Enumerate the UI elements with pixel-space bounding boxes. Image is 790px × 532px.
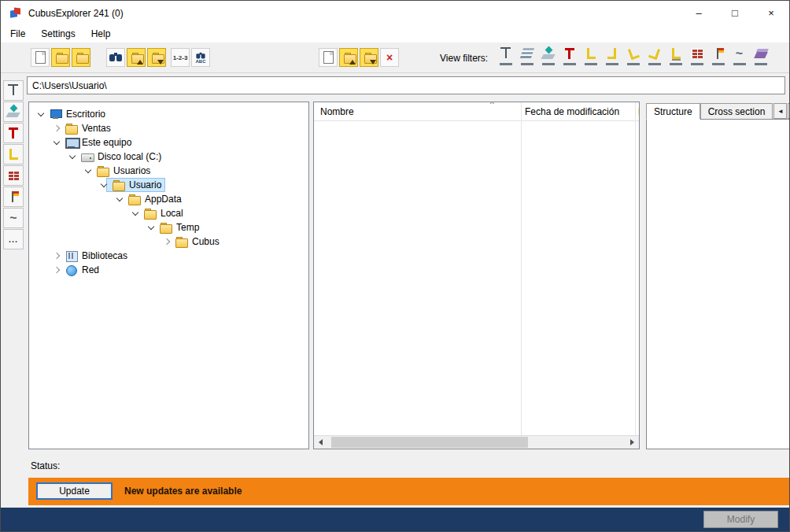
column-header-fecha[interactable]: Fecha de modificación	[525, 106, 619, 117]
tree-item-este-equipo[interactable]: Este equipo	[29, 135, 308, 150]
filter-slab-stack-button[interactable]	[516, 45, 537, 72]
chevron-down-icon[interactable]	[85, 166, 91, 172]
side-frame-button[interactable]	[3, 80, 24, 101]
tree-item-disco-local-c[interactable]: Disco local (C:)	[29, 150, 308, 164]
filter-purple-slab-button[interactable]	[750, 45, 771, 72]
chevron-down-icon[interactable]	[116, 194, 123, 201]
delete-x-icon: ×	[386, 52, 393, 63]
filter-masonry-button[interactable]	[686, 45, 707, 72]
title-bar: CubusExplorer 241 (0) – □ ×	[1, 1, 789, 25]
tree-item-ventas[interactable]: Ventas	[29, 121, 308, 135]
filter-t-section-button[interactable]	[559, 45, 580, 72]
slope-right-icon	[644, 44, 664, 63]
side-angle-button[interactable]	[3, 144, 24, 164]
t-section-icon	[6, 126, 21, 140]
open-folder-alt-button[interactable]	[72, 48, 90, 67]
horizontal-scrollbar	[314, 435, 639, 449]
scroll-right-button[interactable]	[626, 436, 639, 449]
tree-item-appdata[interactable]: AppData	[29, 192, 308, 206]
tree-item-local[interactable]: Local	[29, 206, 308, 220]
side-curve-button[interactable]: ~	[3, 208, 24, 228]
tab-cross-section[interactable]: Cross section	[700, 103, 773, 120]
scroll-left-button[interactable]	[314, 436, 327, 449]
column-header-nombre[interactable]: Nombre	[320, 106, 354, 117]
side-more-button[interactable]: ...	[3, 229, 24, 249]
disk-icon	[81, 152, 94, 162]
menu-file[interactable]: File	[2, 26, 33, 42]
folder-down-button[interactable]	[147, 48, 166, 67]
document-icon	[35, 51, 46, 64]
tree-item-red[interactable]: Red	[29, 263, 308, 277]
tree-item-usuario[interactable]: Usuario	[29, 178, 308, 192]
masonry-wall-icon	[6, 168, 21, 183]
tree-item-label: Local	[161, 208, 183, 219]
filter-slope-left-button[interactable]	[622, 45, 644, 72]
import-folder-button[interactable]	[339, 48, 358, 67]
menu-bar: File Settings Help	[1, 25, 789, 42]
column-header-partial[interactable]: F	[638, 106, 640, 117]
filter-frame-button[interactable]	[495, 45, 516, 72]
chevron-down-icon[interactable]	[38, 109, 44, 116]
filter-indicator	[563, 63, 576, 65]
numbering-button[interactable]: 1-2-3	[171, 48, 190, 67]
modify-button[interactable]: Modify	[703, 511, 778, 528]
chevron-down-icon[interactable]	[69, 152, 76, 158]
chevron-right-icon[interactable]	[54, 267, 60, 273]
chevron-right-icon[interactable]	[164, 238, 170, 245]
find-text-button[interactable]: ABC	[191, 48, 210, 67]
side-post-flag-button[interactable]	[3, 187, 24, 207]
filter-post-flag-button[interactable]	[707, 45, 729, 72]
close-button[interactable]: ×	[753, 1, 789, 25]
maximize-button[interactable]: □	[717, 1, 753, 25]
menu-help[interactable]: Help	[83, 26, 119, 42]
filter-slab-diamond-button[interactable]	[537, 45, 559, 72]
filter-indicator	[606, 63, 618, 65]
side-masonry-button[interactable]	[3, 165, 24, 186]
export-folder-button[interactable]	[360, 48, 378, 67]
side-t-section-button[interactable]	[3, 123, 24, 143]
chevron-down-icon[interactable]	[132, 209, 138, 215]
filter-curve-button[interactable]: ~	[729, 45, 750, 72]
chevron-right-icon[interactable]	[54, 125, 60, 131]
filter-retaining-wall-button[interactable]	[665, 45, 686, 72]
tab-structure[interactable]: Structure	[646, 103, 700, 120]
angle-left-icon	[6, 147, 21, 161]
angle-left-icon	[583, 46, 599, 61]
open-folder-button[interactable]	[51, 48, 70, 67]
chevron-down-icon[interactable]	[54, 138, 60, 144]
scrollbar-thumb[interactable]	[331, 437, 528, 448]
tree-item-label: Temp	[176, 222, 199, 233]
new-item-button[interactable]	[319, 48, 338, 67]
tree-item-usuarios[interactable]: Usuarios	[29, 164, 308, 178]
bottom-action-bar: Modify	[1, 508, 789, 531]
minimize-button[interactable]: –	[681, 1, 717, 25]
menu-settings[interactable]: Settings	[33, 26, 83, 42]
folder-icon	[56, 53, 68, 63]
tree-item-escritorio[interactable]: Escritorio	[29, 107, 308, 121]
tree-item-temp[interactable]: Temp	[29, 220, 308, 235]
filter-angle-left-button[interactable]	[580, 45, 601, 72]
search-toolbar-group	[106, 48, 166, 67]
filter-angle-right-button[interactable]	[601, 45, 622, 72]
update-button[interactable]: Update	[36, 482, 113, 500]
tree-item-label: Disco local (C:)	[98, 151, 161, 162]
angle-right-icon	[604, 46, 620, 61]
side-slab-diamond-button[interactable]	[3, 102, 24, 122]
delete-button[interactable]: ×	[380, 48, 399, 67]
tree-selection-highlight: Usuario	[106, 178, 165, 192]
view-filter-bar: ~	[495, 45, 771, 72]
filter-slope-right-button[interactable]	[644, 45, 665, 72]
search-button[interactable]	[106, 48, 125, 67]
view-filters-label: View filters:	[440, 53, 488, 64]
chevron-down-icon[interactable]	[148, 223, 154, 229]
address-bar-input[interactable]	[27, 76, 785, 94]
new-document-button[interactable]	[31, 48, 50, 67]
tree-item-bibliotecas[interactable]: Bibliotecas	[29, 249, 308, 263]
tree-item-cubus[interactable]: Cubus	[29, 235, 308, 249]
frame-icon	[498, 46, 514, 61]
folder-up-button[interactable]	[127, 48, 146, 67]
tab-scroll-left-button[interactable]: ◄	[773, 103, 787, 119]
chevron-right-icon[interactable]	[54, 253, 60, 259]
computer-icon	[65, 138, 78, 148]
folder-icon	[128, 194, 141, 205]
